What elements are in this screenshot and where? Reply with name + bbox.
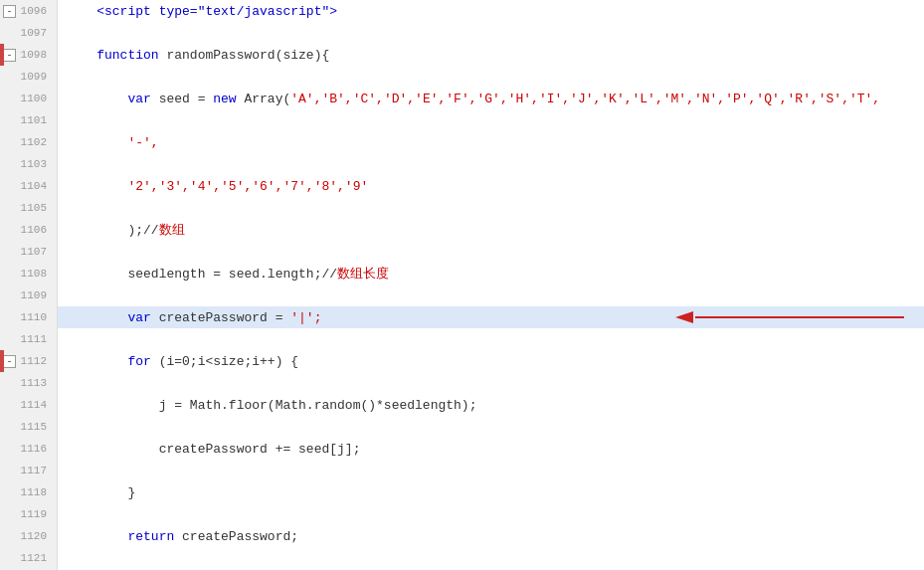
line-content bbox=[58, 460, 924, 481]
line-number: 1114 bbox=[18, 399, 50, 411]
svg-marker-1 bbox=[675, 311, 693, 323]
code-editor: -1096 <script type="text/javascript">109… bbox=[0, 0, 924, 570]
code-row: 1121 bbox=[0, 547, 924, 569]
line-number: 1097 bbox=[18, 27, 50, 39]
line-number: 1101 bbox=[18, 114, 50, 126]
code-row: 1118 } bbox=[0, 481, 924, 503]
line-number: 1102 bbox=[18, 136, 50, 148]
line-number: 1100 bbox=[18, 93, 50, 104]
code-row: 1117 bbox=[0, 460, 924, 481]
line-content: '2','3','4','5','6','7','8','9' bbox=[58, 175, 924, 197]
fold-icon[interactable]: - bbox=[3, 355, 16, 368]
code-row: 1113 bbox=[0, 372, 924, 394]
line-number: 1104 bbox=[18, 180, 50, 192]
line-number: 1117 bbox=[18, 465, 50, 476]
line-number: 1109 bbox=[18, 289, 50, 301]
code-row: -1098 function randomPassword(size){ bbox=[0, 44, 924, 66]
line-number: 1118 bbox=[18, 486, 50, 498]
code-row: 1108 seedlength = seed.length;//数组长度 bbox=[0, 263, 924, 285]
line-content bbox=[58, 109, 924, 131]
line-number: 1106 bbox=[18, 224, 50, 236]
code-row: 1111 bbox=[0, 328, 924, 350]
line-content: return createPassword; bbox=[58, 525, 924, 547]
line-content: createPassword += seed[j]; bbox=[58, 438, 924, 460]
code-row: 1105 bbox=[0, 197, 924, 219]
line-content: seedlength = seed.length;//数组长度 bbox=[58, 263, 924, 285]
line-content: );//数组 bbox=[58, 219, 924, 241]
line-content: } bbox=[58, 481, 924, 503]
code-row: 1119 bbox=[0, 503, 924, 525]
code-row: 1114 j = Math.floor(Math.random()*seedle… bbox=[0, 394, 924, 416]
line-content bbox=[58, 547, 924, 569]
code-row: 1104 '2','3','4','5','6','7','8','9' bbox=[0, 175, 924, 197]
code-row: 1106 );//数组 bbox=[0, 219, 924, 241]
code-row: 1101 bbox=[0, 109, 924, 131]
annotation-arrow bbox=[675, 307, 904, 327]
code-row: 1110 var createPassword = '|'; bbox=[0, 306, 924, 328]
line-content bbox=[58, 328, 924, 350]
code-row: 1099 bbox=[0, 66, 924, 88]
line-content: <script type="text/javascript"> bbox=[58, 0, 924, 22]
line-content bbox=[58, 416, 924, 438]
line-number: 1098 bbox=[18, 49, 50, 61]
line-number: 1111 bbox=[18, 333, 50, 345]
line-number: 1113 bbox=[18, 377, 50, 389]
line-content bbox=[58, 241, 924, 263]
line-number: 1110 bbox=[18, 311, 50, 323]
line-number: 1105 bbox=[18, 202, 50, 214]
code-row: 1116 createPassword += seed[j]; bbox=[0, 438, 924, 460]
line-number: 1107 bbox=[18, 246, 50, 258]
line-number: 1119 bbox=[18, 508, 50, 520]
line-number: 1096 bbox=[18, 5, 50, 17]
line-number: 1121 bbox=[18, 552, 50, 564]
line-content: j = Math.floor(Math.random()*seedlength)… bbox=[58, 394, 924, 416]
line-content bbox=[58, 153, 924, 175]
line-content bbox=[58, 503, 924, 525]
line-content: function randomPassword(size){ bbox=[58, 44, 924, 66]
code-row: 1115 bbox=[0, 416, 924, 438]
line-number: 1108 bbox=[18, 268, 50, 280]
fold-icon[interactable]: - bbox=[3, 49, 16, 62]
line-number: 1116 bbox=[18, 443, 50, 455]
line-content: var seed = new Array('A','B','C','D','E'… bbox=[58, 88, 924, 109]
line-content bbox=[58, 372, 924, 394]
error-bar bbox=[0, 350, 4, 372]
line-content bbox=[58, 66, 924, 88]
code-row: 1097 bbox=[0, 22, 924, 44]
line-number: 1112 bbox=[18, 355, 50, 367]
line-number: 1120 bbox=[18, 530, 50, 542]
fold-icon[interactable]: - bbox=[3, 5, 16, 18]
line-number: 1103 bbox=[18, 158, 50, 170]
line-number: 1099 bbox=[18, 71, 50, 83]
line-content bbox=[58, 22, 924, 44]
code-row: 1103 bbox=[0, 153, 924, 175]
line-content: for (i=0;i<size;i++) { bbox=[58, 350, 924, 372]
line-content: '-', bbox=[58, 131, 924, 153]
error-bar bbox=[0, 44, 4, 66]
code-row: -1096 <script type="text/javascript"> bbox=[0, 0, 924, 22]
code-row: 1107 bbox=[0, 241, 924, 263]
code-row: -1112 for (i=0;i<size;i++) { bbox=[0, 350, 924, 372]
code-row: 1120 return createPassword; bbox=[0, 525, 924, 547]
line-content bbox=[58, 197, 924, 219]
line-content bbox=[58, 285, 924, 306]
line-number: 1115 bbox=[18, 421, 50, 433]
code-row: 1109 bbox=[0, 285, 924, 306]
code-row: 1102 '-', bbox=[0, 131, 924, 153]
code-row: 1100 var seed = new Array('A','B','C','D… bbox=[0, 88, 924, 109]
